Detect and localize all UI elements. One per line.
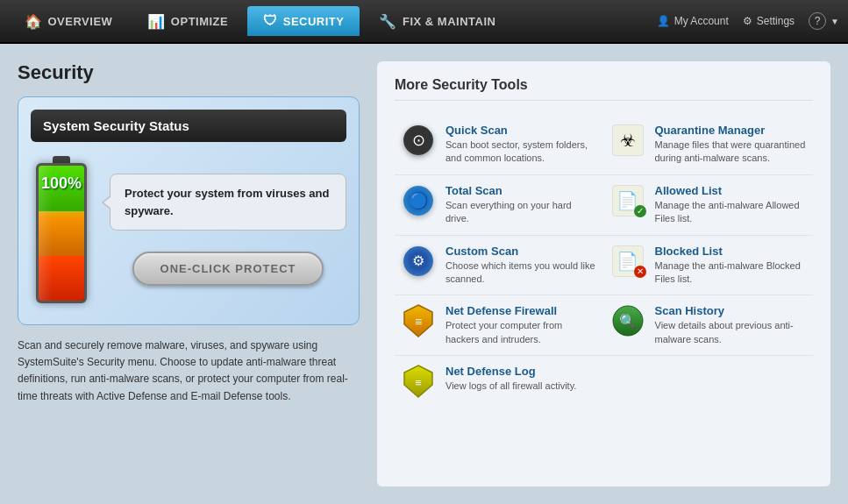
firewall-name: Net Defense Firewall xyxy=(445,304,597,317)
netlog-text: Net Defense Log View logs of all firewal… xyxy=(445,365,576,393)
custom-scan-icon: ⚙ xyxy=(402,245,435,278)
tab-optimize-label: OPTIMIZE xyxy=(171,15,228,28)
battery-body: 100% xyxy=(36,163,87,303)
scan-history-circle-icon: 🔍 xyxy=(612,305,644,337)
wrench-icon: 🔧 xyxy=(379,13,397,30)
netlog-icon: ≡ xyxy=(402,365,435,398)
tool-net-defense-log[interactable]: ≡ Net Defense Log View logs of all firew… xyxy=(395,356,604,407)
gear-icon: ⚙ xyxy=(743,15,752,27)
tab-overview[interactable]: 🏠 OVERVIEW xyxy=(9,6,128,37)
svg-text:≡: ≡ xyxy=(415,315,422,329)
tool-quarantine-manager[interactable]: ☣ Quarantine Manager Manage files that w… xyxy=(604,115,814,175)
tab-fix-maintain[interactable]: 🔧 FIX & MAINTAIN xyxy=(363,6,511,37)
custom-scan-desc: Choose which items you would like scanne… xyxy=(445,259,597,287)
total-scan-icon: 🔵 xyxy=(402,184,435,217)
blocked-list-desc: Manage the anti-malware Blocked Files li… xyxy=(655,259,807,287)
firewall-icon: ≡ xyxy=(402,304,435,337)
firewall-shield-icon: ≡ xyxy=(403,303,434,338)
settings-label: Settings xyxy=(757,15,795,27)
top-navigation: 🏠 OVERVIEW 📊 OPTIMIZE 🛡 SECURITY 🔧 FIX &… xyxy=(0,0,848,44)
tab-security-label: SECURITY xyxy=(283,15,345,28)
blocked-file-icon: 📄 ✕ xyxy=(612,245,644,277)
quick-scan-text: Quick Scan Scan boot sector, system fold… xyxy=(445,124,597,166)
tab-fix-maintain-label: FIX & MAINTAIN xyxy=(403,15,495,28)
one-click-protect-button[interactable]: ONE-CLICK PROTECT xyxy=(132,252,324,286)
allowed-list-name: Allowed List xyxy=(655,184,807,197)
security-message-box: Protect your system from viruses and spy… xyxy=(110,174,346,231)
right-panel: More Security Tools ⊙ Quick Scan Scan bo… xyxy=(377,61,830,486)
customscan-circle-icon: ⚙ xyxy=(403,246,433,276)
totalscan-circle-icon: 🔵 xyxy=(403,186,433,216)
allowed-list-desc: Manage the anti-malware Allowed Files li… xyxy=(655,199,807,226)
help-icon: ? xyxy=(809,12,826,30)
quick-scan-icon: ⊙ xyxy=(402,124,435,157)
help-button[interactable]: ? ▼ xyxy=(809,12,839,30)
blocked-list-name: Blocked List xyxy=(655,245,807,258)
nav-right-actions: 👤 My Account ⚙ Settings ? ▼ xyxy=(657,12,839,30)
svg-text:🔍: 🔍 xyxy=(619,313,637,330)
tool-net-defense-firewall[interactable]: ≡ Net Defense Firewall Protect your comp… xyxy=(395,295,604,356)
blocked-list-text: Blocked List Manage the anti-malware Blo… xyxy=(655,245,807,287)
custom-scan-text: Custom Scan Choose which items you would… xyxy=(445,245,597,287)
netlog-desc: View logs of all firewall activity. xyxy=(445,380,576,393)
home-icon: 🏠 xyxy=(25,13,43,30)
section-title: Security xyxy=(18,61,360,84)
allowed-list-text: Allowed List Manage the anti-malware All… xyxy=(655,184,807,226)
tool-blocked-list[interactable]: 📄 ✕ Blocked List Manage the anti-malware… xyxy=(604,236,814,296)
my-account-button[interactable]: 👤 My Account xyxy=(657,15,729,27)
left-panel: Security System Security Status 100% xyxy=(18,61,360,486)
quarantine-file-icon: ☣ xyxy=(612,124,644,156)
shield-icon: 🛡 xyxy=(263,13,278,29)
nav-tabs: 🏠 OVERVIEW 📊 OPTIMIZE 🛡 SECURITY 🔧 FIX &… xyxy=(9,6,511,37)
account-icon: 👤 xyxy=(657,15,670,27)
tool-custom-scan[interactable]: ⚙ Custom Scan Choose which items you wou… xyxy=(395,236,604,296)
help-chevron: ▼ xyxy=(830,17,839,26)
tool-allowed-list[interactable]: 📄 ✓ Allowed List Manage the anti-malware… xyxy=(604,175,814,236)
tools-grid: ⊙ Quick Scan Scan boot sector, system fo… xyxy=(395,115,813,407)
tool-total-scan[interactable]: 🔵 Total Scan Scan everything on your har… xyxy=(395,175,604,236)
quarantine-text: Quarantine Manager Manage files that wer… xyxy=(655,124,807,166)
blocked-list-icon: 📄 ✕ xyxy=(611,245,645,278)
scan-history-name: Scan History xyxy=(655,304,807,317)
block-badge: ✕ xyxy=(634,266,646,278)
quarantine-desc: Manage files that were quarantined durin… xyxy=(655,138,807,166)
svg-text:≡: ≡ xyxy=(415,376,422,389)
settings-button[interactable]: ⚙ Settings xyxy=(743,15,795,27)
security-right-column: Protect your system from viruses and spy… xyxy=(110,174,346,286)
total-scan-name: Total Scan xyxy=(445,184,597,197)
check-badge: ✓ xyxy=(634,205,646,217)
scan-history-desc: View details about previous anti-malware… xyxy=(655,319,807,346)
total-scan-desc: Scan everything on your hard drive. xyxy=(445,199,597,226)
tab-security[interactable]: 🛡 SECURITY xyxy=(247,6,360,36)
left-description: Scan and securely remove malware, viruse… xyxy=(18,337,360,405)
my-account-label: My Account xyxy=(674,15,729,27)
security-message-text: Protect your system from viruses and spy… xyxy=(125,187,329,217)
main-content: Security System Security Status 100% xyxy=(0,44,848,504)
total-scan-text: Total Scan Scan everything on your hard … xyxy=(445,184,597,226)
netlog-name: Net Defense Log xyxy=(445,365,576,378)
scan-history-text: Scan History View details about previous… xyxy=(655,304,807,346)
battery-reflection xyxy=(39,166,53,301)
allowed-list-icon: 📄 ✓ xyxy=(611,184,645,217)
security-card: System Security Status 100% Protect y xyxy=(18,96,360,325)
tab-optimize[interactable]: 📊 OPTIMIZE xyxy=(132,6,244,37)
quarantine-name: Quarantine Manager xyxy=(655,124,807,137)
battery-tip xyxy=(53,156,70,163)
right-panel-title: More Security Tools xyxy=(395,77,813,101)
tab-overview-label: OVERVIEW xyxy=(48,15,113,28)
quick-scan-desc: Scan boot sector, system folders, and co… xyxy=(445,138,597,166)
tool-quick-scan[interactable]: ⊙ Quick Scan Scan boot sector, system fo… xyxy=(395,115,604,175)
optimize-icon: 📊 xyxy=(147,13,166,30)
tool-scan-history[interactable]: 🔍 Scan History View details about previo… xyxy=(604,295,814,356)
scan-history-icon: 🔍 xyxy=(611,304,645,337)
security-card-header: System Security Status xyxy=(31,110,346,142)
netlog-shield-icon: ≡ xyxy=(403,364,434,399)
quick-scan-name: Quick Scan xyxy=(445,124,597,137)
firewall-text: Net Defense Firewall Protect your comput… xyxy=(445,304,597,346)
quarantine-icon: ☣ xyxy=(611,124,645,157)
firewall-desc: Protect your computer from hackers and i… xyxy=(445,319,597,346)
custom-scan-name: Custom Scan xyxy=(445,245,597,258)
security-visual: 100% Protect your system from viruses an… xyxy=(31,156,346,303)
battery-container: 100% xyxy=(31,156,92,303)
quickscan-circle-icon: ⊙ xyxy=(403,125,433,155)
